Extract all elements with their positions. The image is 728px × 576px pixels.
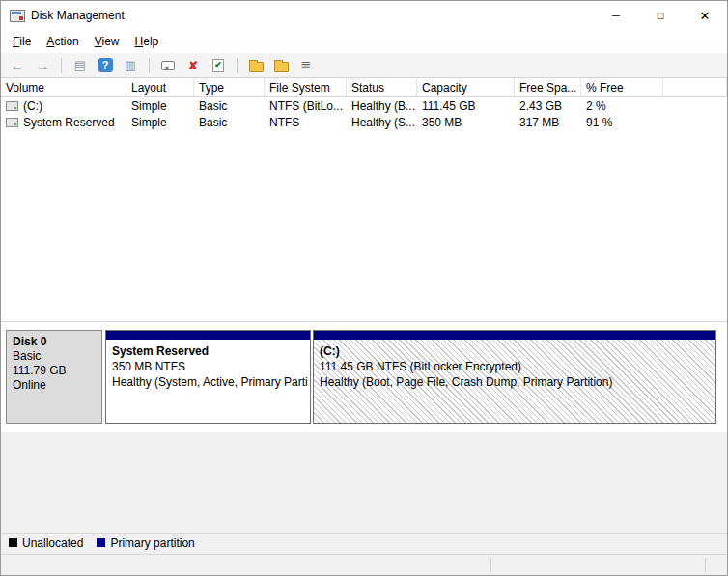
check-page-glyph: ✔ <box>212 59 224 72</box>
column-header-percent-free[interactable]: % Free <box>581 78 663 96</box>
minimize-button[interactable]: ─ <box>594 1 638 30</box>
app-icon <box>10 10 25 22</box>
volume-name: System Reserved <box>23 116 115 129</box>
window-title: Disk Management <box>31 9 125 22</box>
open-folder-icon[interactable] <box>247 57 265 74</box>
cell-capacity: 350 MB <box>417 116 515 129</box>
toolbar-separator <box>149 58 150 73</box>
cell-status: Healthy (B... <box>347 99 417 113</box>
delete-volume-icon[interactable]: ✘ <box>184 57 202 74</box>
menu-file[interactable]: File <box>5 31 39 52</box>
delete-glyph: ✘ <box>188 60 198 71</box>
console-tree-glyph: ▤ <box>74 59 86 71</box>
toolbar-separator <box>61 58 62 73</box>
graphical-view-pane: Disk 0 Basic 111.79 GB Online System Res… <box>1 321 727 432</box>
partition-c[interactable]: (C:) 111.45 GB NTFS (BitLocker Encrypted… <box>313 330 716 424</box>
partition-body: (C:) 111.45 GB NTFS (BitLocker Encrypted… <box>314 340 715 423</box>
show-action-pane-icon[interactable]: ▥ <box>122 57 139 74</box>
partition-title: System Reserved <box>112 343 304 359</box>
drive-icon <box>6 101 18 111</box>
column-header-layout[interactable]: Layout <box>126 78 194 96</box>
volume-row-c[interactable]: (C:) Simple Basic NTFS (BitLo... Healthy… <box>1 97 727 114</box>
menu-help[interactable]: Help <box>127 31 167 52</box>
column-header-file-system[interactable]: File System <box>265 78 347 96</box>
column-header-capacity[interactable]: Capacity <box>417 78 515 96</box>
partition-status: Healthy (Boot, Page File, Crash Dump, Pr… <box>320 374 710 390</box>
menu-view[interactable]: View <box>87 31 127 52</box>
back-icon[interactable]: ← <box>9 57 26 74</box>
partition-status: Healthy (System, Active, Primary Parti <box>112 374 304 390</box>
show-console-tree-icon[interactable]: ▤ <box>71 57 89 74</box>
legend-label: Unallocated <box>22 536 83 550</box>
back-arrow-glyph: ← <box>11 58 25 72</box>
volume-row-system-reserved[interactable]: System Reserved Simple Basic NTFS Health… <box>1 114 727 130</box>
cell-status: Healthy (S... <box>347 116 417 129</box>
cell-capacity: 111.45 GB <box>417 99 515 113</box>
find-folder-icon[interactable] <box>272 57 290 74</box>
column-header-free-space[interactable]: Free Spa... <box>515 78 581 96</box>
cell-free-space: 317 MB <box>515 116 581 129</box>
column-header-filler <box>663 78 727 96</box>
column-header-volume[interactable]: Volume <box>1 78 126 96</box>
cell-free-space: 2.43 GB <box>515 99 581 113</box>
partition-color-bar <box>106 331 310 340</box>
caption-buttons: ─ □ ✕ <box>594 1 727 30</box>
menu-bar: File Action View Help <box>1 30 727 53</box>
volume-name: (C:) <box>23 99 42 113</box>
disk-status: Online <box>13 378 96 393</box>
volume-list-pane: Volume Layout Type File System Status Ca… <box>1 78 727 321</box>
partition-color-bar <box>314 331 715 340</box>
cell-type: Basic <box>194 116 265 129</box>
disk0-panel[interactable]: Disk 0 Basic 111.79 GB Online <box>6 330 102 424</box>
list-glyph: ≣ <box>301 59 312 71</box>
volume-list-header: Volume Layout Type File System Status Ca… <box>1 78 727 97</box>
column-header-type[interactable]: Type <box>194 78 265 96</box>
unallocated-swatch <box>9 538 17 547</box>
help-glyph: ? <box>98 58 113 72</box>
cell-type: Basic <box>194 99 265 113</box>
legend-label: Primary partition <box>110 536 194 550</box>
help-icon[interactable]: ? <box>97 57 114 74</box>
drive-icon <box>6 118 18 127</box>
folder-glyph <box>249 62 264 72</box>
cell-file-system: NTFS (BitLo... <box>265 99 347 113</box>
status-bar-divider <box>705 558 706 572</box>
forward-arrow-glyph: → <box>36 58 50 72</box>
partition-detail: 350 MB NTFS <box>112 359 304 374</box>
maximize-button[interactable]: □ <box>638 1 683 30</box>
disk-management-window: Disk Management ─ □ ✕ File Action View H… <box>0 0 728 576</box>
status-bar <box>1 554 727 575</box>
partition-body: System Reserved 350 MB NTFS Healthy (Sys… <box>106 340 310 423</box>
folder-search-glyph <box>274 62 289 72</box>
partition-title: (C:) <box>320 343 710 359</box>
close-button[interactable]: ✕ <box>683 1 727 30</box>
cell-percent-free: 2 % <box>581 99 663 113</box>
column-header-status[interactable]: Status <box>347 78 417 96</box>
speech-bubble-glyph <box>161 61 175 70</box>
forward-icon[interactable]: → <box>34 57 51 74</box>
cell-file-system: NTFS <box>265 116 347 129</box>
legend-item-unallocated: Unallocated <box>9 536 83 550</box>
disk-size: 111.79 GB <box>13 364 96 378</box>
partition-detail: 111.45 GB NTFS (BitLocker Encrypted) <box>320 359 710 374</box>
toolbar: ← → ▤ ? ▥ ✘ ✔ ≣ <box>1 53 727 78</box>
cell-volume: (C:) <box>1 99 126 113</box>
cell-percent-free: 91 % <box>581 116 663 129</box>
legend-bar: Unallocated Primary partition <box>1 533 727 552</box>
cell-layout: Simple <box>126 116 194 129</box>
properties-icon[interactable]: ✔ <box>210 57 227 74</box>
partition-system-reserved[interactable]: System Reserved 350 MB NTFS Healthy (Sys… <box>105 330 311 424</box>
action-menu-icon[interactable] <box>159 57 177 74</box>
disk-type: Basic <box>13 349 96 364</box>
primary-partition-swatch <box>97 538 105 547</box>
legend-item-primary-partition: Primary partition <box>97 536 194 550</box>
toolbar-separator <box>237 58 238 73</box>
status-bar-divider <box>490 558 491 572</box>
view-fields-icon[interactable]: ≣ <box>297 57 315 74</box>
disk-name: Disk 0 <box>13 335 96 349</box>
cell-volume: System Reserved <box>1 116 126 129</box>
title-bar: Disk Management ─ □ ✕ <box>1 1 727 30</box>
action-pane-glyph: ▥ <box>125 59 136 71</box>
menu-action[interactable]: Action <box>39 31 86 52</box>
cell-layout: Simple <box>126 99 194 113</box>
